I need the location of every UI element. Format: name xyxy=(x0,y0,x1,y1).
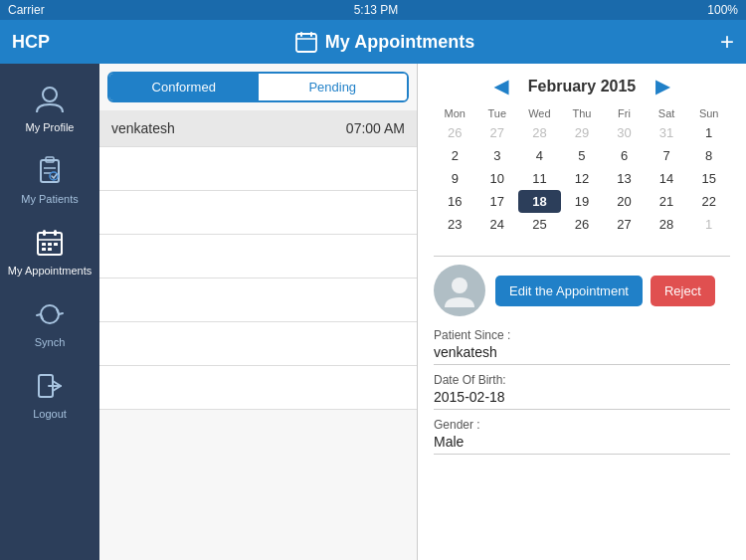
sidebar-item-my-patients[interactable]: My Patients xyxy=(0,143,99,215)
calendar-day[interactable]: 3 xyxy=(476,144,519,167)
calendar-day[interactable]: 10 xyxy=(476,167,519,190)
svg-rect-15 xyxy=(48,243,52,246)
reject-button[interactable]: Reject xyxy=(651,276,715,306)
appointments-icon xyxy=(32,225,68,261)
appointment-item[interactable]: venkatesh 07:00 AM xyxy=(99,110,417,147)
calendar-day[interactable]: 21 xyxy=(646,190,688,213)
weekday-header: Mon xyxy=(434,105,476,121)
sidebar: My Profile My Patients xyxy=(0,64,99,560)
tab-confirmed[interactable]: Conformed xyxy=(109,74,259,100)
calendar: ◀ February 2015 ▶ MonTueWedThuFriSatSun … xyxy=(434,76,730,236)
sidebar-label-my-profile: My Profile xyxy=(26,121,75,133)
clipboard-icon xyxy=(32,153,68,189)
calendar-day[interactable]: 27 xyxy=(476,121,519,144)
calendar-body: 2627282930311234567891011121314151617181… xyxy=(434,121,730,236)
calendar-day[interactable]: 11 xyxy=(518,167,561,190)
add-button[interactable]: + xyxy=(720,28,734,56)
calendar-day[interactable]: 27 xyxy=(603,213,646,236)
calendar-day[interactable]: 25 xyxy=(518,213,561,236)
sidebar-label-my-patients: My Patients xyxy=(21,193,78,205)
calendar-day[interactable]: 14 xyxy=(646,167,688,190)
calendar-header-icon xyxy=(295,31,317,53)
action-row: Edit the Appointment Reject xyxy=(434,265,730,316)
avatar xyxy=(434,265,485,316)
calendar-week-row: 2345678 xyxy=(434,144,730,167)
sidebar-item-logout[interactable]: Logout xyxy=(0,358,99,430)
calendar-day[interactable]: 15 xyxy=(687,167,730,190)
appointment-empty-row xyxy=(99,191,417,235)
appointment-name: venkatesh xyxy=(111,120,175,136)
tab-pending[interactable]: Pending xyxy=(259,74,408,100)
divider xyxy=(434,256,730,257)
calendar-day[interactable]: 17 xyxy=(476,190,519,213)
weekday-header: Wed xyxy=(518,105,561,121)
calendar-day[interactable]: 7 xyxy=(646,144,688,167)
center-panel: Conformed Pending venkatesh 07:00 AM xyxy=(99,64,418,560)
calendar-day[interactable]: 24 xyxy=(476,213,519,236)
patient-since-value: venkatesh xyxy=(434,344,730,365)
calendar-day[interactable]: 6 xyxy=(603,144,646,167)
weekday-header: Tue xyxy=(476,105,519,121)
calendar-day[interactable]: 22 xyxy=(687,190,730,213)
app-header: HCP My Appointments + xyxy=(0,20,746,64)
calendar-day[interactable]: 20 xyxy=(603,190,646,213)
gender-label: Gender : xyxy=(434,418,730,432)
sync-icon xyxy=(32,296,68,332)
sidebar-item-my-appointments[interactable]: My Appointments xyxy=(0,215,99,286)
month-year-label: February 2015 xyxy=(528,78,637,95)
appointment-list: venkatesh 07:00 AM xyxy=(99,110,417,560)
prev-month-button[interactable]: ◀ xyxy=(490,76,512,97)
calendar-day[interactable]: 26 xyxy=(434,121,476,144)
patient-since-label: Patient Since : xyxy=(434,328,730,342)
weekday-header: Sun xyxy=(687,105,730,121)
calendar-day[interactable]: 12 xyxy=(561,167,604,190)
calendar-day[interactable]: 23 xyxy=(434,213,476,236)
weekday-header: Fri xyxy=(603,105,646,121)
sidebar-label-synch: Synch xyxy=(35,336,66,348)
svg-rect-16 xyxy=(54,243,58,246)
sidebar-item-synch[interactable]: Synch xyxy=(0,286,99,358)
hcp-label: HCP xyxy=(12,32,50,53)
status-bar: Carrier 5:13 PM 100% xyxy=(0,0,746,20)
svg-rect-11 xyxy=(43,230,46,236)
calendar-day[interactable]: 1 xyxy=(687,121,730,144)
header-title-container: My Appointments xyxy=(295,31,474,53)
calendar-day[interactable]: 28 xyxy=(646,213,688,236)
time-label: 5:13 PM xyxy=(354,3,399,17)
calendar-day[interactable]: 30 xyxy=(603,121,646,144)
calendar-day[interactable]: 2 xyxy=(434,144,476,167)
calendar-day[interactable]: 28 xyxy=(518,121,561,144)
calendar-day[interactable]: 26 xyxy=(561,213,604,236)
calendar-day[interactable]: 9 xyxy=(434,167,476,190)
calendar-day[interactable]: 29 xyxy=(561,121,604,144)
svg-rect-12 xyxy=(54,230,57,236)
weekday-header: Thu xyxy=(561,105,604,121)
calendar-day[interactable]: 4 xyxy=(518,144,561,167)
calendar-day[interactable]: 13 xyxy=(603,167,646,190)
svg-rect-18 xyxy=(48,248,52,251)
calendar-day[interactable]: 31 xyxy=(646,121,688,144)
calendar-day[interactable]: 5 xyxy=(561,144,604,167)
calendar-week-row: 9101112131415 xyxy=(434,167,730,190)
svg-rect-2 xyxy=(310,32,312,37)
sidebar-label-my-appointments: My Appointments xyxy=(8,265,92,277)
battery-label: 100% xyxy=(707,3,738,17)
gender-value: Male xyxy=(434,434,730,455)
appointment-empty-row xyxy=(99,366,417,410)
tab-bar: Conformed Pending xyxy=(107,72,409,102)
person-icon xyxy=(32,82,68,117)
main-layout: My Profile My Patients xyxy=(0,64,746,560)
calendar-header: ◀ February 2015 ▶ xyxy=(434,76,730,97)
calendar-day[interactable]: 18 xyxy=(518,190,561,213)
calendar-day[interactable]: 19 xyxy=(561,190,604,213)
calendar-day[interactable]: 1 xyxy=(687,213,730,236)
sidebar-item-my-profile[interactable]: My Profile xyxy=(0,72,99,143)
calendar-week-row: 16171819202122 xyxy=(434,190,730,213)
dob-value: 2015-02-18 xyxy=(434,389,730,410)
calendar-day[interactable]: 8 xyxy=(687,144,730,167)
next-month-button[interactable]: ▶ xyxy=(652,76,673,97)
svg-rect-17 xyxy=(42,248,46,251)
calendar-day[interactable]: 16 xyxy=(434,190,476,213)
edit-appointment-button[interactable]: Edit the Appointment xyxy=(495,276,643,306)
svg-rect-1 xyxy=(300,32,302,37)
